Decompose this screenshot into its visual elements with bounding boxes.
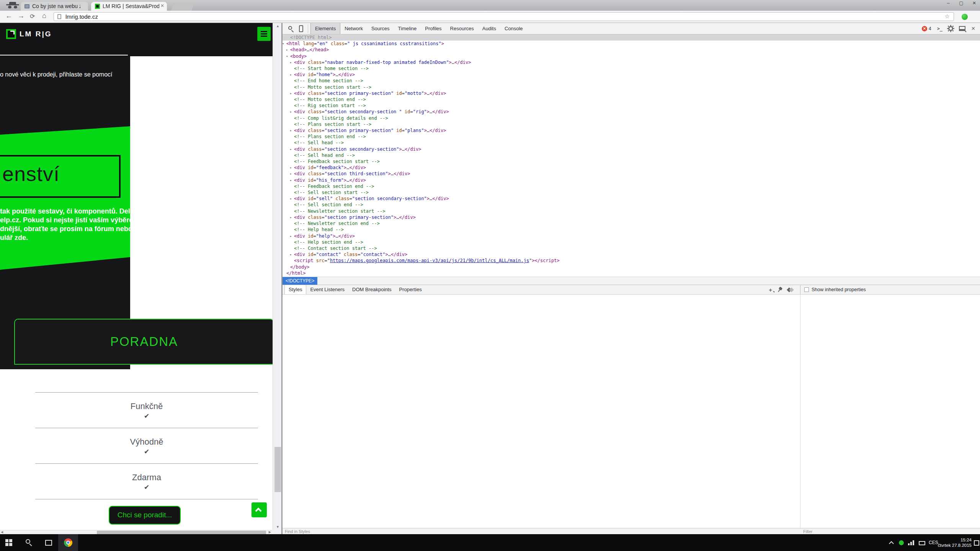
code-line[interactable]: ▸<div class="section primary-section">…<… — [283, 214, 980, 220]
console-drawer-icon[interactable]: >_ — [937, 26, 942, 31]
code-line[interactable]: <!-- Motto section end --> — [283, 96, 980, 103]
browser-tab[interactable]: Co by jste na webu změni — [21, 2, 88, 11]
sidebar-tab-event-listeners[interactable]: Event Listeners — [306, 285, 348, 294]
collapse-arrow-icon[interactable]: ▾ — [283, 41, 284, 47]
code-line[interactable]: <!-- Help head --> — [283, 227, 980, 233]
reload-icon[interactable]: ⟳ — [30, 13, 35, 20]
sidebar-tab-dom-breakpoints[interactable]: DOM Breakpoints — [348, 285, 395, 294]
new-tab-button[interactable] — [171, 3, 194, 11]
code-line[interactable]: <!-- Motto section start --> — [283, 84, 980, 90]
code-line[interactable]: <!-- Feedback section end --> — [283, 183, 980, 189]
task-view-icon[interactable] — [45, 540, 52, 546]
show-inherited-checkbox[interactable] — [804, 287, 809, 292]
code-line[interactable]: <!-- Start home section --> — [283, 65, 980, 72]
close-button[interactable]: ✕ — [972, 0, 977, 6]
code-line[interactable]: ▸<div id="help">…</div> — [283, 233, 980, 239]
expand-arrow-icon[interactable]: ▸ — [290, 59, 292, 65]
find-styles-input[interactable] — [285, 529, 514, 534]
devtools-tab-console[interactable]: Console — [500, 23, 527, 34]
browser-tab[interactable]: LM RIG | Sestava&Prodej✕ — [91, 2, 167, 11]
expand-arrow-icon[interactable]: ▸ — [290, 171, 292, 177]
code-line[interactable]: ▸<div class="navbar navbar-fixed-top ani… — [283, 59, 980, 65]
code-line[interactable]: <!DOCTYPE html> — [283, 34, 980, 41]
expand-arrow-icon[interactable]: ▸ — [290, 127, 292, 134]
minimize-button[interactable]: – — [946, 0, 951, 6]
code-line[interactable]: ▸<div id="contact" class="contact">…</di… — [283, 251, 980, 258]
clock[interactable]: 15:24 čtvrtek 27.8.2015 — [935, 537, 972, 548]
scroll-top-button[interactable] — [252, 502, 267, 517]
code-line[interactable]: <!-- Sell head --> — [283, 140, 980, 146]
code-line[interactable]: <!-- End home section --> — [283, 78, 980, 84]
code-line[interactable]: ▸<div id="feedback">…</div> — [283, 165, 980, 171]
expand-arrow-icon[interactable]: ▸ — [290, 214, 292, 220]
new-style-rule-icon[interactable]: + — [769, 287, 772, 293]
devtools-tab-network[interactable]: Network — [340, 23, 367, 34]
code-line[interactable]: ▸<div class="section primary-section" id… — [283, 127, 980, 134]
gear-icon[interactable] — [948, 26, 953, 31]
filter-input[interactable] — [803, 529, 918, 534]
code-line[interactable]: <!-- Contact section start --> — [283, 245, 980, 251]
dock-side-icon[interactable] — [959, 26, 965, 31]
expand-arrow-icon[interactable]: ▸ — [290, 251, 292, 258]
expand-arrow-icon[interactable]: ▸ — [286, 47, 288, 53]
url-text[interactable]: lmrig.tode.cz — [65, 13, 98, 20]
expand-arrow-icon[interactable]: ▸ — [290, 196, 292, 202]
extension-icon[interactable] — [962, 14, 968, 20]
back-icon[interactable]: ← — [5, 12, 12, 20]
expand-arrow-icon[interactable]: ▸ — [290, 146, 292, 152]
network-icon[interactable] — [908, 540, 915, 545]
expand-arrow-icon[interactable]: ▸ — [290, 233, 292, 239]
code-line[interactable]: ▾<html lang="en" class=" js cssanimation… — [283, 41, 980, 47]
element-state-pin-icon[interactable] — [776, 286, 783, 293]
breadcrumb-item[interactable]: <!DOCTYPE> — [283, 277, 317, 285]
code-line[interactable]: <!-- Sell head end --> — [283, 152, 980, 158]
expand-arrow-icon[interactable]: ▸ — [290, 90, 292, 96]
code-line[interactable]: <!-- Plans section end --> — [283, 134, 980, 140]
list-item[interactable]: Výhodně✔ — [35, 428, 258, 463]
code-line[interactable]: <!-- Plans section start --> — [283, 121, 980, 127]
pane-divider[interactable] — [800, 295, 800, 528]
code-line[interactable]: </html> — [283, 270, 980, 276]
code-line[interactable]: <!-- Feedback section start --> — [283, 158, 980, 165]
code-line[interactable]: ▸<div class="section secondary-section "… — [283, 109, 980, 115]
taskbar-chrome-button[interactable] — [58, 534, 78, 551]
start-button-icon[interactable] — [5, 539, 12, 546]
expand-arrow-icon[interactable]: ▸ — [290, 109, 292, 115]
code-line[interactable]: <script src="https://maps.googleapis.com… — [283, 258, 980, 264]
devtools-tab-audits[interactable]: Audits — [478, 23, 500, 34]
home-icon[interactable]: ⌂ — [42, 12, 46, 20]
tray-app-icon[interactable] — [899, 540, 904, 545]
code-line[interactable]: ▸<div id="sell" class="section secondary… — [283, 196, 980, 202]
device-mode-icon[interactable] — [296, 23, 306, 34]
inspect-element-icon[interactable] — [286, 23, 296, 34]
code-line[interactable]: ▸<div class="section secondary-section">… — [283, 146, 980, 152]
code-line[interactable]: <!-- Rig section start --> — [283, 103, 980, 109]
code-line[interactable]: <!-- Help section end --> — [283, 239, 980, 245]
code-line[interactable]: ▸<div class="section primary-section" id… — [283, 90, 980, 96]
address-bar[interactable]: lmrig.tode.cz ☆ — [54, 12, 954, 21]
list-item[interactable]: Funkčně✔ — [35, 393, 258, 428]
expand-arrow-icon[interactable]: ▸ — [290, 72, 292, 78]
code-line[interactable]: <!-- Comp list&rig details end --> — [283, 115, 980, 121]
expand-arrow-icon[interactable]: ▸ — [290, 177, 292, 183]
devtools-tab-elements[interactable]: Elements — [310, 23, 340, 34]
color-format-icon[interactable] — [787, 288, 793, 292]
code-line[interactable]: ▸<head>…</head> — [283, 47, 980, 53]
scrollbar-right-icon[interactable]: ▶ — [269, 530, 271, 534]
devtools-tab-resources[interactable]: Resources — [446, 23, 478, 34]
tab-close-icon[interactable]: ✕ — [160, 3, 164, 8]
code-line[interactable]: ▸<div id="his_form">…</div> — [283, 177, 980, 183]
code-line[interactable]: ▾<body> — [283, 53, 980, 59]
scrollbar-thumb[interactable] — [274, 447, 281, 492]
code-line[interactable]: </body> — [283, 264, 980, 270]
devtools-close-icon[interactable]: ✕ — [971, 26, 975, 31]
code-line[interactable]: <!-- Sell section end --> — [283, 202, 980, 208]
code-line[interactable]: <!-- Newsletter section end --> — [283, 220, 980, 227]
code-line[interactable]: <!-- Newsletter section start --> — [283, 208, 980, 214]
site-logo[interactable]: LM R|G — [6, 29, 52, 39]
horizontal-scrollbar[interactable]: ◀ ▶ — [0, 530, 273, 534]
devtools-tab-timeline[interactable]: Timeline — [394, 23, 421, 34]
list-item[interactable]: Zdarma✔ — [35, 464, 258, 499]
code-line[interactable]: ▸<div id="home">…</div> — [283, 72, 980, 78]
code-line[interactable]: <!-- Sell section start --> — [283, 189, 980, 196]
